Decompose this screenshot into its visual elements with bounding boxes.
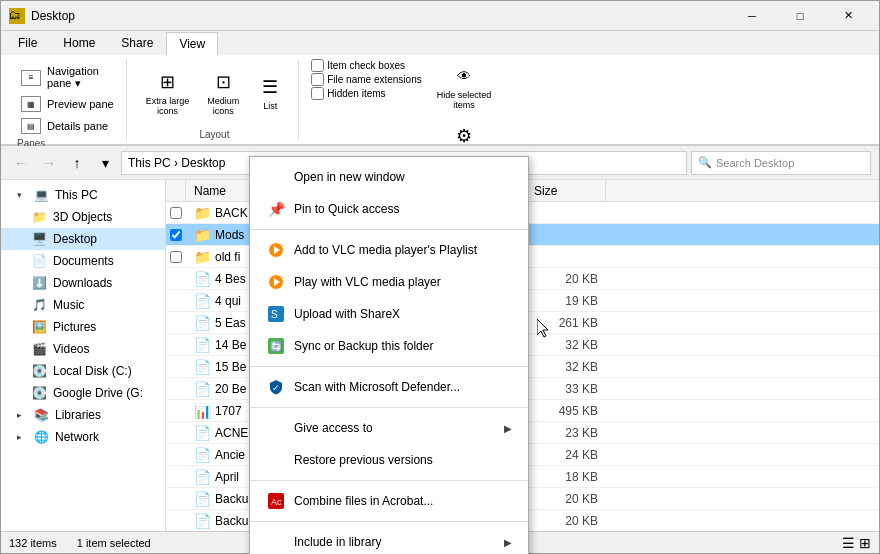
details-view-button[interactable]: ☰ xyxy=(842,535,855,551)
documents-icon: 📄 xyxy=(31,253,47,269)
folder-icon: 📁 xyxy=(194,249,211,265)
title-controls: ─ □ ✕ xyxy=(729,1,871,31)
file-size-cell: 20 KB xyxy=(526,488,606,509)
back-button[interactable]: ← xyxy=(9,151,33,175)
list-button[interactable]: ☰ List xyxy=(250,70,290,116)
svg-text:🔄: 🔄 xyxy=(270,340,283,353)
large-icons-view-button[interactable]: ⊞ xyxy=(859,535,871,551)
vlc-playlist-icon xyxy=(266,240,286,260)
ctx-vlc-play[interactable]: Play with VLC media player xyxy=(250,266,528,298)
row-checkbox[interactable] xyxy=(166,202,186,223)
tab-home[interactable]: Home xyxy=(50,31,108,55)
file-size-cell: 18 KB xyxy=(526,466,606,487)
sync-icon: 🔄 xyxy=(266,336,286,356)
search-box[interactable]: 🔍 Search Desktop xyxy=(691,151,871,175)
sidebar-item-documents[interactable]: 📄 Documents xyxy=(1,250,165,272)
ctx-pin-quick-access[interactable]: 📌 Pin to Quick access xyxy=(250,193,528,225)
file-name-extensions-label[interactable]: File name extensions xyxy=(311,73,422,86)
extra-large-icon: ⊞ xyxy=(155,70,179,94)
ctx-vlc-playlist[interactable]: Add to VLC media player's Playlist xyxy=(250,234,528,266)
title-bar: 🗂 Desktop ─ □ ✕ xyxy=(1,1,879,31)
file-size-cell: 495 KB xyxy=(526,400,606,421)
file-name-extensions-checkbox[interactable] xyxy=(311,73,324,86)
sidebar-item-pictures[interactable]: 🖼️ Pictures xyxy=(1,316,165,338)
tab-file[interactable]: File xyxy=(5,31,50,55)
sidebar-item-videos[interactable]: 🎬 Videos xyxy=(1,338,165,360)
pictures-icon: 🖼️ xyxy=(31,319,47,335)
ctx-open-new-window[interactable]: Open in new window xyxy=(250,161,528,193)
preview-pane-button[interactable]: ▦ Preview pane xyxy=(17,94,118,114)
ribbon: File Home Share View ≡ Navigationpane ▾ … xyxy=(1,31,879,146)
acrobat-icon: Ac xyxy=(266,491,286,511)
sidebar-item-libraries[interactable]: ▸ 📚 Libraries xyxy=(1,404,165,426)
row-checkbox xyxy=(166,356,186,377)
google-drive-icon: 💽 xyxy=(31,385,47,401)
file-size-cell: 32 KB xyxy=(526,356,606,377)
ctx-restore-versions[interactable]: Restore previous versions xyxy=(250,444,528,476)
file-size-cell: 20 KB xyxy=(526,510,606,531)
forward-button[interactable]: → xyxy=(37,151,61,175)
tab-share[interactable]: Share xyxy=(108,31,166,55)
details-pane-button[interactable]: ▤ Details pane xyxy=(17,116,112,136)
close-button[interactable]: ✕ xyxy=(825,1,871,31)
ctx-defender-scan[interactable]: ✓ Scan with Microsoft Defender... xyxy=(250,371,528,403)
open-window-icon xyxy=(266,167,286,187)
sidebar-item-this-pc[interactable]: ▾ 💻 This PC xyxy=(1,184,165,206)
doc-icon: 📄 xyxy=(194,359,211,375)
file-size-cell: 33 KB xyxy=(526,378,606,399)
libraries-expand-icon: ▸ xyxy=(17,410,27,420)
restore-icon xyxy=(266,450,286,470)
recent-button[interactable]: ▾ xyxy=(93,151,117,175)
sidebar-item-google-drive[interactable]: 💽 Google Drive (G: xyxy=(1,382,165,404)
medium-icons-button[interactable]: ⊡ Mediumicons xyxy=(200,65,246,121)
row-checkbox[interactable] xyxy=(166,224,186,245)
ctx-sync-backup[interactable]: 🔄 Sync or Backup this folder xyxy=(250,330,528,362)
up-button[interactable]: ↑ xyxy=(65,151,89,175)
list-label: List xyxy=(263,101,277,111)
size-col-header[interactable]: Size xyxy=(526,180,606,201)
hidden-items-checkbox[interactable] xyxy=(311,87,324,100)
svg-text:S: S xyxy=(271,309,278,320)
sidebar-item-local-disk[interactable]: 💽 Local Disk (C:) xyxy=(1,360,165,382)
item-check-boxes-checkbox[interactable] xyxy=(311,59,324,72)
preview-pane-icon: ▦ xyxy=(21,96,41,112)
pin-icon: 📌 xyxy=(266,199,286,219)
file-size-cell: 32 KB xyxy=(526,334,606,355)
this-pc-icon: 💻 xyxy=(33,187,49,203)
sidebar-item-3d-objects[interactable]: 📁 3D Objects xyxy=(1,206,165,228)
row-checkbox xyxy=(166,268,186,289)
network-expand-icon: ▸ xyxy=(17,432,27,442)
hidden-items-label[interactable]: Hidden items xyxy=(311,87,422,100)
navigation-pane-button[interactable]: ≡ Navigationpane ▾ xyxy=(17,63,103,92)
row-checkbox xyxy=(166,444,186,465)
showhide-group: Item check boxes File name extensions Hi… xyxy=(303,59,506,140)
music-icon: 🎵 xyxy=(31,297,47,313)
sidebar-item-network[interactable]: ▸ 🌐 Network xyxy=(1,426,165,448)
sidebar-label-videos: Videos xyxy=(53,342,89,356)
preview-pane-label: Preview pane xyxy=(47,98,114,110)
ribbon-content: ≡ Navigationpane ▾ ▦ Preview pane ▤ Deta… xyxy=(1,55,879,145)
tab-view[interactable]: View xyxy=(166,32,218,56)
window-icon: 🗂 xyxy=(9,8,25,24)
doc-icon: 📄 xyxy=(194,381,211,397)
ctx-combine-acrobat[interactable]: Ac Combine files in Acrobat... xyxy=(250,485,528,517)
extra-large-icons-button[interactable]: ⊞ Extra largeicons xyxy=(139,65,197,121)
sidebar-item-desktop[interactable]: 🖥️ Desktop xyxy=(1,228,165,250)
window-title: Desktop xyxy=(31,9,729,23)
ctx-include-library[interactable]: Include in library ▶ xyxy=(250,526,528,554)
3d-objects-icon: 📁 xyxy=(31,209,47,225)
ctx-sharex-upload[interactable]: S Upload with ShareX xyxy=(250,298,528,330)
details-pane-label: Details pane xyxy=(47,120,108,132)
item-check-boxes-label[interactable]: Item check boxes xyxy=(311,59,422,72)
hide-selected-button[interactable]: 👁 Hide selecteditems xyxy=(430,59,499,115)
folder-icon: 📁 xyxy=(194,205,211,221)
minimize-button[interactable]: ─ xyxy=(729,1,775,31)
window: 🗂 Desktop ─ □ ✕ File Home Share View ≡ N… xyxy=(0,0,880,554)
sidebar-item-music[interactable]: 🎵 Music xyxy=(1,294,165,316)
sidebar-item-downloads[interactable]: ⬇️ Downloads xyxy=(1,272,165,294)
row-checkbox[interactable] xyxy=(166,246,186,267)
maximize-button[interactable]: □ xyxy=(777,1,823,31)
ctx-give-access[interactable]: Give access to ▶ xyxy=(250,412,528,444)
row-checkbox xyxy=(166,400,186,421)
file-size-cell: 24 KB xyxy=(526,444,606,465)
